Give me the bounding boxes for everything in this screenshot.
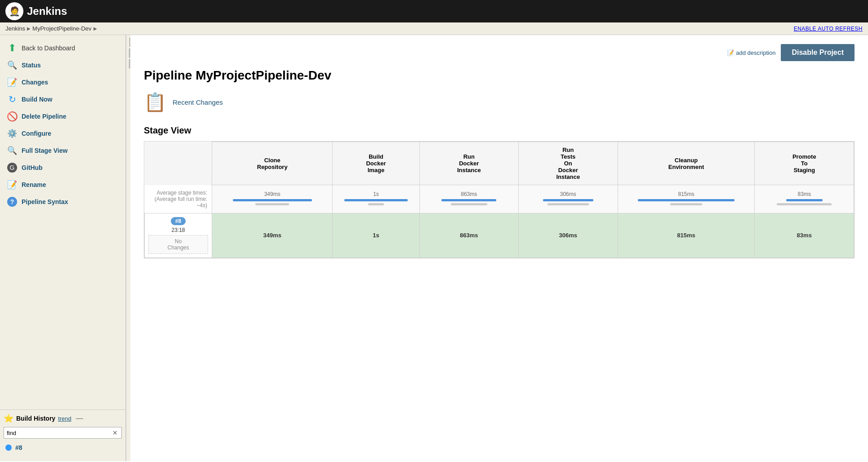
avg-run-docker-bar-bg <box>451 203 487 205</box>
back-arrow-icon: ⬆ <box>7 43 17 53</box>
build-now-icon: ↻ <box>7 94 17 104</box>
build-history-trend-link[interactable]: trend <box>58 415 71 422</box>
avg-promote-bar <box>786 199 823 201</box>
breadcrumb-project[interactable]: MyProjectPipeline-Dev <box>32 25 92 32</box>
add-description-label: add description <box>736 49 775 56</box>
status-label: Status <box>22 62 41 69</box>
build-history-header: ⭐ Build History trend — <box>4 413 122 423</box>
build-history-icon: ⭐ <box>4 413 13 423</box>
full-stage-view-label: Full Stage View <box>22 147 67 154</box>
pipeline-syntax-icon: ? <box>7 197 17 207</box>
avg-label-cell: Average stage times: (Average full run t… <box>145 185 212 213</box>
avg-stage-times-label: Average stage times: <box>156 190 207 196</box>
stage-table-wrapper: CloneRepository BuildDockerImage RunDock… <box>144 141 855 258</box>
recent-changes-icon: 📋 <box>144 92 166 113</box>
build-history-title: Build History <box>16 415 55 422</box>
avg-build-docker-time: 1s <box>333 185 419 213</box>
breadcrumb-bar: Jenkins ▶ MyProjectPipeline-Dev ▶ ENABLE… <box>0 22 868 35</box>
status-icon: 🔍 <box>7 60 17 70</box>
build-8-cleanup-time: 815ms <box>618 213 755 258</box>
build-status-dot <box>5 444 12 451</box>
avg-clone-time: 349ms <box>212 185 333 213</box>
changes-icon: 📝 <box>7 77 17 87</box>
build-8-clone-time: 349ms <box>212 213 333 258</box>
full-stage-view-icon: 🔍 <box>7 146 17 155</box>
stage-table-header-row: CloneRepository BuildDockerImage RunDock… <box>145 142 854 185</box>
col-cleanup-environment: CleanupEnvironment <box>618 142 755 185</box>
stage-table: CloneRepository BuildDockerImage RunDock… <box>144 142 854 258</box>
avg-run-tests-time: 306ms <box>519 185 618 213</box>
sidebar-item-back-to-dashboard[interactable]: ⬆ Back to Dashboard <box>0 40 125 57</box>
sidebar-item-changes[interactable]: 📝 Changes <box>0 74 125 91</box>
col-build-docker-image: BuildDockerImage <box>333 142 419 185</box>
avg-clone-bar-bg <box>255 203 289 205</box>
sidebar-item-github[interactable]: G GitHub <box>0 159 125 176</box>
delete-pipeline-label: Delete Pipeline <box>22 113 67 120</box>
recent-changes-link[interactable]: Recent Changes <box>173 98 223 106</box>
avg-run-docker-bar <box>441 199 496 201</box>
breadcrumb-sep-1: ▶ <box>27 26 31 31</box>
header-empty-cell <box>145 142 212 185</box>
no-changes-cell: No Changes <box>148 235 208 254</box>
avg-run-tests-bar <box>543 199 593 201</box>
no-changes-label: No Changes <box>148 235 208 254</box>
build-8-badge[interactable]: #8 <box>171 217 186 225</box>
build-history-dash: — <box>76 414 83 422</box>
sidebar-item-status[interactable]: 🔍 Status <box>0 57 125 74</box>
top-actions: 📝 add description Disable Project <box>144 44 855 61</box>
avg-full-run-label: (Average full run time: ~4s) <box>155 196 207 209</box>
page-title: Pipeline MyProjectPipeline-Dev <box>144 68 855 83</box>
sidebar-item-build-now[interactable]: ↻ Build Now <box>0 91 125 108</box>
build-8-time: 23:18 <box>148 227 208 233</box>
stage-view-title: Stage View <box>144 125 855 136</box>
sidebar-item-configure[interactable]: ⚙️ Configure <box>0 125 125 142</box>
sidebar: ⬆ Back to Dashboard 🔍 Status 📝 Changes ↻… <box>0 35 126 461</box>
build-now-label: Build Now <box>22 96 52 103</box>
github-icon: G <box>7 163 17 173</box>
build-link[interactable]: #8 <box>15 444 22 451</box>
sidebar-outer: ⬆ Back to Dashboard 🔍 Status 📝 Changes ↻… <box>0 35 130 461</box>
build-8-label-cell: #8 23:18 No Changes <box>145 213 212 258</box>
build-history-section: ⭐ Build History trend — ✕ #8 <box>0 409 125 457</box>
avg-cleanup-time: 815ms <box>618 185 755 213</box>
edit-icon: 📝 <box>727 49 734 56</box>
col-promote-to-staging: PromoteToStaging <box>755 142 854 185</box>
avg-run-tests-bar-bg <box>548 203 589 205</box>
avg-build-docker-bar <box>344 199 408 201</box>
rename-label: Rename <box>22 181 46 188</box>
github-label: GitHub <box>22 164 43 171</box>
col-run-docker-instance: RunDockerInstance <box>419 142 519 185</box>
avg-build-docker-bar-bg <box>368 203 384 205</box>
avg-cleanup-bar <box>638 199 735 201</box>
sidebar-item-pipeline-syntax[interactable]: ? Pipeline Syntax <box>0 193 125 210</box>
search-clear-button[interactable]: ✕ <box>109 427 121 438</box>
sidebar-item-rename[interactable]: 📝 Rename <box>0 176 125 193</box>
pipeline-syntax-label: Pipeline Syntax <box>22 198 68 205</box>
sidebar-item-delete-pipeline[interactable]: 🚫 Delete Pipeline <box>0 108 125 125</box>
build-8-run-tests-time: 306ms <box>519 213 618 258</box>
main-layout: ⬆ Back to Dashboard 🔍 Status 📝 Changes ↻… <box>0 35 868 461</box>
configure-label: Configure <box>22 130 51 137</box>
avg-run-docker-time: 863ms <box>419 185 519 213</box>
build-8-run-docker-time: 863ms <box>419 213 519 258</box>
avg-promote-bar-bg <box>777 203 832 205</box>
build-item: #8 <box>4 442 122 453</box>
back-to-dashboard-label: Back to Dashboard <box>22 44 75 52</box>
build-8-build-docker-time: 1s <box>333 213 419 258</box>
avg-clone-bar <box>233 199 312 201</box>
breadcrumb-jenkins[interactable]: Jenkins <box>5 25 25 32</box>
disable-project-button[interactable]: Disable Project <box>781 44 855 61</box>
build-history-search-input[interactable] <box>4 428 109 438</box>
changes-label: Changes <box>22 79 48 86</box>
auto-refresh-link[interactable]: ENABLE AUTO REFRESH <box>794 26 863 32</box>
build-history-search-row: ✕ <box>4 427 122 439</box>
sidebar-item-full-stage-view[interactable]: 🔍 Full Stage View <box>0 142 125 159</box>
avg-cleanup-bar-bg <box>670 203 703 205</box>
app-name: Jenkins <box>27 5 67 18</box>
col-run-tests: RunTestsOnDockerInstance <box>519 142 618 185</box>
col-clone-repository: CloneRepository <box>212 142 333 185</box>
breadcrumb-sep-2: ▶ <box>93 26 97 31</box>
build-8-promote-time: 83ms <box>755 213 854 258</box>
add-description-link[interactable]: 📝 add description <box>727 49 775 56</box>
configure-icon: ⚙️ <box>7 129 17 138</box>
